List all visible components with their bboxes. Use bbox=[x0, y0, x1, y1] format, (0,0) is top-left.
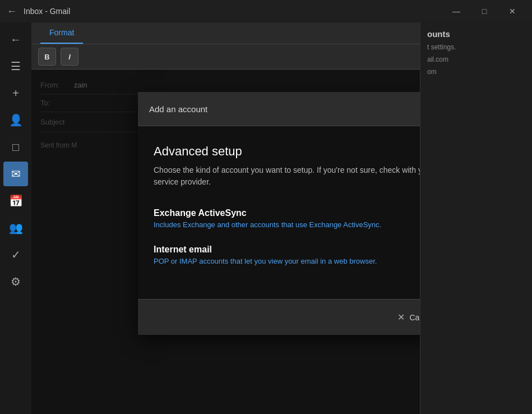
right-panel-email: ail.com bbox=[427, 56, 525, 63]
app-title: Inbox - Gmail bbox=[24, 7, 443, 16]
sidebar-icon-back[interactable]: ← bbox=[3, 27, 28, 52]
internet-email-desc: POP or IMAP accounts that let you view y… bbox=[154, 257, 420, 265]
tab-bar: Format bbox=[31, 22, 420, 44]
title-bar: ← Inbox - Gmail — □ ✕ bbox=[0, 0, 532, 22]
bold-button[interactable]: B bbox=[38, 48, 56, 66]
right-panel-domain: om bbox=[427, 68, 525, 76]
back-icon[interactable]: ← bbox=[7, 6, 17, 17]
dialog-body: Advanced setup Choose the kind of accoun… bbox=[138, 126, 420, 299]
tab-format[interactable]: Format bbox=[40, 22, 83, 44]
maximize-button[interactable]: □ bbox=[471, 2, 497, 20]
window-controls: — □ ✕ bbox=[443, 2, 525, 20]
dialog-title: Add an account bbox=[149, 104, 207, 114]
italic-button[interactable]: I bbox=[61, 48, 78, 66]
sidebar-icon-account[interactable]: 👤 bbox=[3, 108, 28, 132]
exchange-activesync-title: Exchange ActiveSync bbox=[154, 208, 420, 218]
dialog-header: Add an account ✕ bbox=[138, 92, 420, 126]
sidebar-icon-menu[interactable]: ☰ bbox=[3, 54, 28, 79]
dialog-subtext: Choose the kind of account you want to s… bbox=[154, 164, 420, 188]
cancel-x-icon: ✕ bbox=[397, 312, 405, 323]
exchange-activesync-desc: Includes Exchange and other accounts tha… bbox=[154, 220, 420, 229]
sidebar-icon-folder[interactable]: □ bbox=[3, 135, 28, 159]
sidebar: ← ☰ + 👤 □ ✉ 📅 👥 ✓ ⚙ bbox=[0, 22, 31, 414]
sidebar-icon-settings[interactable]: ⚙ bbox=[3, 269, 28, 294]
close-button[interactable]: ✕ bbox=[499, 2, 525, 20]
internet-email-title: Internet email bbox=[154, 245, 420, 255]
right-panel-settings: t settings. bbox=[427, 43, 525, 51]
cancel-button[interactable]: ✕ Cancel bbox=[391, 309, 420, 326]
cancel-label: Cancel bbox=[409, 313, 420, 322]
sidebar-icon-people[interactable]: 👥 bbox=[3, 215, 28, 240]
add-account-dialog: Add an account ✕ Advanced setup Choose t… bbox=[138, 92, 420, 335]
app-body: ← ☰ + 👤 □ ✉ 📅 👥 ✓ ⚙ Format B I bbox=[0, 22, 532, 414]
sidebar-icon-mail[interactable]: ✉ bbox=[3, 162, 28, 186]
compose-area: From: zain To: Subject Sent from M bbox=[31, 70, 420, 414]
dialog-footer: ✕ Cancel bbox=[138, 299, 420, 335]
sidebar-icon-compose[interactable]: + bbox=[3, 81, 28, 105]
exchange-activesync-option[interactable]: Exchange ActiveSync Includes Exchange an… bbox=[154, 208, 420, 229]
sidebar-icon-calendar[interactable]: 📅 bbox=[3, 188, 28, 213]
main-content: Format B I From: zain To: bbox=[31, 22, 420, 414]
toolbar: B I bbox=[31, 44, 420, 70]
sidebar-icon-tasks[interactable]: ✓ bbox=[3, 242, 28, 267]
dialog-heading: Advanced setup bbox=[154, 144, 420, 159]
minimize-button[interactable]: — bbox=[443, 2, 469, 20]
right-panel-title: ounts bbox=[427, 29, 525, 39]
internet-email-option[interactable]: Internet email POP or IMAP accounts that… bbox=[154, 245, 420, 265]
right-panel: ounts t settings. ail.com om bbox=[420, 22, 532, 414]
